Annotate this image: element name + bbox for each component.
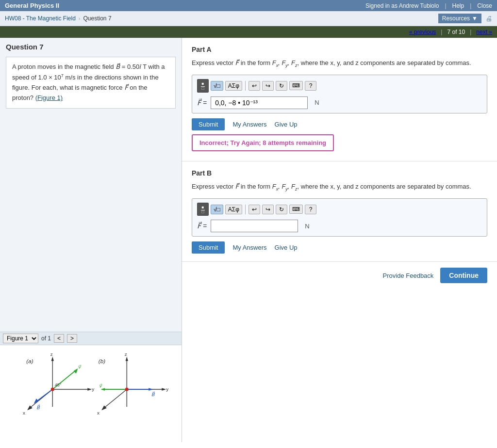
next-link[interactable]: next » [476,29,492,35]
part-b-submit-button[interactable]: Submit [192,241,225,254]
question-title: Question 7 [0,38,182,54]
svg-text:v⃗: v⃗ [99,383,102,388]
figure-select[interactable]: Figure 1 [3,334,38,343]
figure-of-label: of 1 [41,335,51,342]
help-btn-a[interactable]: ? [305,81,316,91]
svg-line-25 [103,389,127,409]
svg-text:y: y [166,386,168,392]
figure-content: (a) z y x v⃗ [0,345,182,442]
figure-next-button[interactable]: > [67,334,77,343]
svg-text:B⃗: B⃗ [151,391,155,397]
breadcrumb-arrow: › [79,16,81,21]
sigma-btn-b[interactable]: ΑΣφ [225,205,242,214]
svg-marker-23 [162,388,166,390]
svg-text:y: y [92,386,94,392]
svg-marker-32 [149,388,153,390]
nav-bar: « previous | 7 of 10 | next » [0,26,497,38]
part-a-toolbar: ■ □ √□ ΑΣφ ↩ ↪ ↻ ⌨ ? [197,79,482,93]
toolbar-sep-1 [245,81,246,91]
svg-text:B⃗: B⃗ [36,404,40,410]
part-b-input-label: F⃗ = [197,222,207,230]
toolbar-sep-2 [245,205,246,214]
question-text: A proton moves in the magnetic field B⃗ … [12,62,169,103]
hw-link[interactable]: HW08 - The Magnetic Field [5,15,76,22]
part-a-answer-box: ■ □ √□ ΑΣφ ↩ ↪ ↻ ⌨ ? F⃗ = [192,75,487,113]
question-body: A proton moves in the magnetic field B⃗ … [6,57,176,109]
svg-marker-11 [73,368,78,374]
figure-header: Figure 1 of 1 < > [0,332,182,345]
part-a-feedback: Incorrect; Try Again; 8 attempts remaini… [192,134,334,151]
breadcrumb-right: Resources ▼ 🖨 [438,14,492,23]
sqrt-btn-a[interactable]: √□ [211,81,223,91]
top-header: General Physics II Signed in as Andrew T… [0,0,497,11]
resources-label: Resources [442,15,470,22]
help-btn-b[interactable]: ? [305,205,316,214]
svg-text:z: z [125,352,127,357]
part-a-give-up-link[interactable]: Give Up [275,121,298,128]
part-b-give-up-link[interactable]: Give Up [275,244,298,251]
figure-prev-button[interactable]: < [54,334,64,343]
sigma-btn-a[interactable]: ΑΣφ [225,81,242,91]
main-layout: Question 7 A proton moves in the magneti… [0,38,497,442]
svg-marker-20 [126,357,128,361]
sqrt-btn-b[interactable]: √□ [211,205,223,214]
part-b-title: Part B [192,169,487,177]
reset-btn-b[interactable]: ↻ [276,205,287,214]
redo-btn-b[interactable]: ↪ [262,205,274,214]
signed-in-label: Signed in as Andrew Tubiolo [365,2,439,9]
previous-link[interactable]: « previous [409,29,436,35]
reset-btn-a[interactable]: ↻ [276,81,287,91]
svg-text:45°: 45° [55,383,62,387]
close-link[interactable]: Close [477,2,492,9]
part-a-my-answers-link[interactable]: My Answers [232,121,266,128]
svg-point-34 [125,387,129,391]
svg-text:(a): (a) [26,358,33,364]
fraction-btn-b[interactable]: ■ □ [197,203,209,216]
figure-svg: (a) z y x v⃗ [5,350,177,437]
part-a-unit: N [315,99,319,106]
part-a-input[interactable] [211,96,308,109]
part-a-input-row: F⃗ = N [197,96,482,109]
svg-text:x: x [23,410,25,416]
part-a-input-label: F⃗ = [197,99,207,107]
part-b-my-answers-link[interactable]: My Answers [232,244,266,251]
continue-button[interactable]: Continue [440,268,487,283]
breadcrumb-bar: HW08 - The Magnetic Field › Question 7 R… [0,11,497,26]
figure-link[interactable]: (Figure 1) [35,94,63,101]
print-icon[interactable]: 🖨 [485,15,492,22]
svg-marker-29 [100,388,105,390]
nav-separator-2: | [470,29,471,35]
fraction-btn-a[interactable]: ■ □ [197,79,209,93]
undo-btn-a[interactable]: ↩ [248,81,260,91]
provide-feedback-link[interactable]: Provide Feedback [383,272,434,279]
part-a-action-row: Submit My Answers Give Up [192,118,487,130]
undo-btn-b[interactable]: ↩ [248,205,260,214]
part-b-answer-box: ■ □ √□ ΑΣφ ↩ ↪ ↻ ⌨ ? F⃗ = [192,198,487,237]
bottom-actions: Provide Feedback Continue [182,262,497,289]
figure-panel: Figure 1 of 1 < > (a) z [0,332,182,442]
part-b-description: Express vector F⃗ in the form Fx, Fy, Fz… [192,182,487,192]
part-b-input-row: F⃗ = N [197,220,482,232]
part-b-toolbar: ■ □ √□ ΑΣφ ↩ ↪ ↻ ⌨ ? [197,203,482,216]
resources-button[interactable]: Resources ▼ [438,14,481,23]
svg-marker-5 [87,388,92,390]
redo-btn-a[interactable]: ↪ [262,81,274,91]
svg-text:(b): (b) [99,358,105,364]
part-b-input[interactable] [211,220,298,232]
part-b-section: Part B Express vector F⃗ in the form Fx,… [182,161,497,262]
part-b-unit: N [305,223,309,230]
part-a-title: Part A [192,46,487,53]
spacer [0,112,182,332]
svg-text:x: x [97,410,99,416]
svg-marker-2 [51,357,54,361]
svg-point-17 [51,387,54,391]
resources-arrow: ▼ [472,15,478,22]
keyboard-btn-b[interactable]: ⌨ [289,205,303,214]
top-header-right: Signed in as Andrew Tubiolo | Help | Clo… [365,2,492,9]
separator-1: | [445,2,446,9]
help-link[interactable]: Help [452,2,464,9]
part-a-submit-button[interactable]: Submit [192,118,225,130]
svg-text:z: z [50,352,53,357]
separator-2: | [470,2,471,9]
keyboard-btn-a[interactable]: ⌨ [289,81,303,90]
